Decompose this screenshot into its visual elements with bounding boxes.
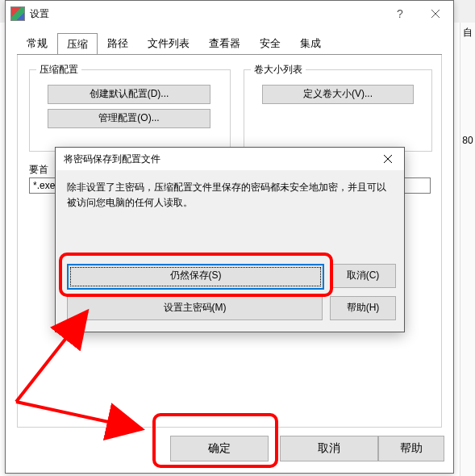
- tab-bar: 常规 压缩 路径 文件列表 查看器 安全 集成: [17, 33, 453, 54]
- window-title: 设置: [30, 7, 382, 21]
- dialog-titlebar: 将密码保存到配置文件: [56, 148, 404, 170]
- still-save-button[interactable]: 仍然保存(S): [67, 264, 324, 290]
- help-button[interactable]: 帮助: [378, 436, 444, 461]
- group-compression-profiles: 压缩配置 创建默认配置(D)... 管理配置(O)...: [29, 69, 231, 152]
- tab-filelist[interactable]: 文件列表: [138, 32, 199, 54]
- dialog-text: 除非设置了主密码，压缩配置文件里保存的密码都未安全地加密，并且可以被访问您电脑的…: [67, 180, 393, 211]
- manage-profiles-button[interactable]: 管理配置(O)...: [48, 109, 210, 128]
- background-sidebar: 自 80: [460, 23, 475, 476]
- bg-side-label: 80: [460, 132, 475, 149]
- ok-button[interactable]: 确定: [170, 436, 269, 461]
- tab-viewer[interactable]: 查看器: [199, 32, 250, 54]
- tab-integration[interactable]: 集成: [290, 32, 331, 54]
- dialog-title: 将密码保存到配置文件: [56, 152, 372, 166]
- dialog-button-bar: 确定 取消 帮助: [6, 432, 453, 465]
- create-default-button[interactable]: 创建默认配置(D)...: [48, 85, 210, 104]
- group-title: 压缩配置: [36, 63, 81, 77]
- app-icon: [10, 6, 25, 21]
- close-icon[interactable]: [418, 2, 453, 25]
- tab-compression[interactable]: 压缩: [57, 33, 98, 55]
- close-icon[interactable]: [372, 148, 404, 169]
- tab-general[interactable]: 常规: [17, 32, 57, 54]
- tab-paths[interactable]: 路径: [98, 32, 138, 54]
- dialog-cancel-button[interactable]: 取消(C): [330, 264, 396, 288]
- tab-security[interactable]: 安全: [250, 32, 290, 54]
- group-volume-sizes: 卷大小列表 定义卷大小(V)...: [244, 69, 432, 152]
- define-volume-button[interactable]: 定义卷大小(V)...: [262, 85, 414, 104]
- cancel-button[interactable]: 取消: [280, 436, 378, 461]
- help-icon[interactable]: ?: [382, 2, 418, 25]
- set-master-password-button[interactable]: 设置主密码(M): [67, 296, 323, 320]
- bg-side-label: 自: [460, 23, 475, 43]
- titlebar: 设置 ?: [6, 1, 453, 27]
- save-password-dialog: 将密码保存到配置文件 除非设置了主密码，压缩配置文件里保存的密码都未安全地加密，…: [55, 147, 405, 332]
- group-title: 卷大小列表: [251, 63, 306, 77]
- dialog-help-button[interactable]: 帮助(H): [330, 296, 396, 320]
